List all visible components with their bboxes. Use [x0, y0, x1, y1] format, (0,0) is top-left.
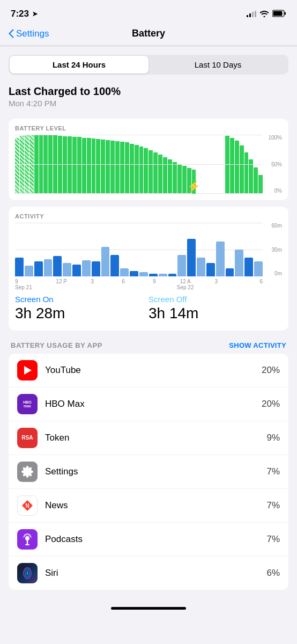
- hbo-icon: HBOmax: [17, 394, 38, 414]
- last-charged-section: Last Charged to 100% Mon 4:20 PM: [9, 85, 288, 108]
- list-item[interactable]: RSA Token 9%: [9, 421, 288, 455]
- app-percent: 20%: [262, 399, 280, 409]
- activity-chart: ACTIVITY: [9, 207, 288, 331]
- status-bar: 7:23 ➤: [0, 0, 297, 24]
- battery-chart-area: ⚡: [15, 135, 282, 194]
- app-name: News: [45, 500, 266, 511]
- list-item[interactable]: N News 7%: [9, 489, 288, 523]
- activity-bars-container: 60m 30m 0m: [15, 223, 282, 276]
- screen-stats: Screen On 3h 28m Screen Off 3h 14m: [15, 290, 282, 324]
- app-percent: 20%: [262, 365, 280, 376]
- battery-chart-label: BATTERY LEVEL: [15, 125, 282, 131]
- battery-usage-header: BATTERY USAGE BY APP SHOW ACTIVITY: [9, 341, 288, 349]
- list-item[interactable]: Podcasts 7%: [9, 523, 288, 557]
- list-item[interactable]: Settings 7%: [9, 455, 288, 489]
- screen-on-label: Screen On: [15, 295, 148, 304]
- list-item[interactable]: HBOmax HBO Max 20%: [9, 387, 288, 421]
- app-percent: 6%: [266, 568, 280, 579]
- last-charged-title: Last Charged to 100%: [9, 85, 288, 98]
- wifi-icon: [259, 10, 269, 19]
- app-percent: 7%: [266, 500, 280, 511]
- app-name: Token: [45, 433, 266, 443]
- battery-icon: [272, 10, 286, 19]
- segment-control: Last 24 Hours Last 10 Days: [9, 55, 288, 75]
- app-percent: 7%: [266, 466, 280, 477]
- screen-off-stat: Screen Off 3h 14m: [148, 295, 282, 322]
- svg-rect-1: [273, 11, 283, 16]
- app-name: Podcasts: [45, 534, 266, 545]
- settings-icon: [17, 462, 38, 482]
- battery-y-axis: 100% 50% 0%: [264, 135, 282, 194]
- show-activity-button[interactable]: SHOW ACTIVITY: [229, 341, 286, 349]
- app-percent: 7%: [266, 534, 280, 545]
- status-icons: [247, 10, 286, 19]
- activity-chart-label: ACTIVITY: [15, 213, 282, 219]
- activity-y-axis: 60m 30m 0m: [264, 223, 282, 276]
- home-indicator: [0, 598, 297, 614]
- back-button[interactable]: Settings: [9, 28, 49, 39]
- activity-x-axis: 9 Sep 21 12 P 3 6 9 12 A Sep 22: [15, 279, 282, 290]
- last-charged-subtitle: Mon 4:20 PM: [9, 99, 288, 108]
- svg-rect-2: [285, 12, 286, 14]
- screen-on-value: 3h 28m: [15, 305, 148, 322]
- home-bar: [111, 607, 186, 610]
- screen-on-stat: Screen On 3h 28m: [15, 295, 148, 322]
- battery-level-chart: BATTERY LEVEL: [9, 119, 288, 200]
- location-icon: ➤: [32, 10, 38, 18]
- news-icon: N: [17, 495, 38, 516]
- svg-text:N: N: [25, 503, 29, 509]
- app-name: Siri: [45, 568, 266, 579]
- battery-usage-label: BATTERY USAGE BY APP: [11, 341, 102, 349]
- screen-off-value: 3h 14m: [148, 305, 282, 322]
- status-time: 7:23 ➤: [11, 9, 38, 19]
- podcasts-icon: [17, 529, 38, 550]
- app-list: YouTube 20% HBOmax HBO Max 20% RSA Token…: [9, 354, 288, 590]
- token-icon: RSA: [17, 428, 38, 448]
- screen-off-label: Screen Off: [148, 295, 282, 304]
- siri-icon: [17, 563, 38, 583]
- activity-chart-area: 60m 30m 0m 9 Sep 21 12 P 3 6: [15, 223, 282, 290]
- list-item[interactable]: Siri 6%: [9, 557, 288, 590]
- lightning-icon: ⚡: [187, 180, 201, 193]
- app-name: Settings: [45, 466, 266, 477]
- main-content: Last 24 Hours Last 10 Days Last Charged …: [0, 46, 297, 598]
- nav-bar: Settings Battery: [0, 24, 297, 46]
- app-name: HBO Max: [45, 399, 262, 409]
- activity-bars: [15, 223, 282, 276]
- app-percent: 9%: [266, 433, 280, 443]
- list-item[interactable]: YouTube 20%: [9, 354, 288, 387]
- page-title: Battery: [132, 28, 165, 39]
- youtube-icon: [17, 360, 38, 380]
- signal-bars-icon: [247, 11, 256, 17]
- segment-last-24h[interactable]: Last 24 Hours: [10, 56, 148, 74]
- svg-point-8: [27, 571, 28, 575]
- battery-bars: ⚡: [15, 135, 282, 194]
- segment-last-10d[interactable]: Last 10 Days: [148, 56, 287, 74]
- app-name: YouTube: [45, 365, 262, 376]
